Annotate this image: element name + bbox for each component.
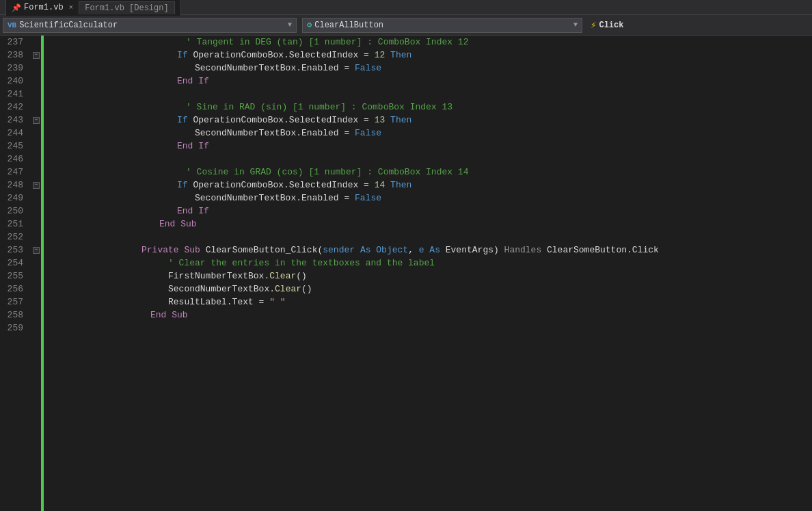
lightning-icon: ⚡ — [591, 19, 596, 31]
line-238: 238 − If OperationComboBox.SelectedIndex… — [0, 49, 812, 62]
class-dropdown-arrow: ▼ — [288, 21, 292, 29]
line-252: 252 — [0, 231, 812, 244]
line-239: 239 SecondNumberTextBox.Enabled = False — [0, 62, 812, 75]
collapse-253[interactable]: − — [33, 247, 40, 254]
line-256: 256 SecondNumberTextBox.Clear() — [0, 283, 812, 296]
code-editor: 237 ' Tangent in DEG (tan) [1 number] : … — [0, 36, 812, 511]
event-section: ⚡ Click — [585, 19, 629, 31]
active-tab[interactable]: 📌 Form1.vb × Form1.vb [Design] — [5, 0, 181, 16]
title-bar: 📌 Form1.vb × Form1.vb [Design] — [0, 0, 812, 15]
line-255: 255 FirstNumberTextBox.Clear() — [0, 270, 812, 283]
event-label: Click — [599, 21, 623, 30]
line-249: 249 SecondNumberTextBox.Enabled = False — [0, 192, 812, 205]
collapse-238[interactable]: − — [33, 52, 40, 59]
line-259: 259 — [0, 322, 812, 335]
lines-container: 237 ' Tangent in DEG (tan) [1 number] : … — [0, 36, 812, 511]
collapse-248[interactable]: − — [33, 182, 40, 189]
toolbar: VB ScientificCalculator ▼ ⚙ ClearAllButt… — [0, 15, 812, 36]
method-icon: ⚙ — [307, 20, 312, 30]
line-240: 240 End If — [0, 75, 812, 88]
line-248: 248 − If OperationComboBox.SelectedIndex… — [0, 179, 812, 192]
tab-close-icon[interactable]: × — [69, 3, 74, 12]
line-246: 246 — [0, 153, 812, 166]
line-253: 253 − Private Sub ClearSomeButton_Click(… — [0, 244, 812, 257]
method-dropdown-arrow: ▼ — [573, 21, 578, 29]
inactive-tab[interactable]: Form1.vb [Design] — [79, 1, 174, 14]
method-dropdown[interactable]: ⚙ ClearAllButton ▼ — [302, 18, 582, 33]
line-250: 250 End If — [0, 205, 812, 218]
line-245: 245 End If — [0, 140, 812, 153]
line-242: 242 ' Sine in RAD (sin) [1 number] : Com… — [0, 101, 812, 114]
line-243: 243 − If OperationComboBox.SelectedIndex… — [0, 114, 812, 127]
active-tab-label: Form1.vb — [24, 3, 64, 12]
line-258: 258 End Sub — [0, 309, 812, 322]
line-257: 257 ResultLabel.Text = " " — [0, 296, 812, 309]
line-254: 254 ' Clear the entries in the textboxes… — [0, 257, 812, 270]
vb-icon: VB — [8, 21, 16, 29]
line-247: 247 ' Cosine in GRAD (cos) [1 number] : … — [0, 166, 812, 179]
class-dropdown-value: ScientificCalculator — [19, 21, 118, 30]
method-dropdown-value: ClearAllButton — [314, 21, 383, 30]
tab-pin-icon[interactable]: 📌 — [12, 3, 21, 12]
green-indicator-bar — [41, 36, 44, 511]
collapse-243[interactable]: − — [33, 117, 40, 124]
class-dropdown[interactable]: VB ScientificCalculator ▼ — [3, 18, 297, 33]
line-251: 251 End Sub — [0, 218, 812, 231]
line-237: 237 ' Tangent in DEG (tan) [1 number] : … — [0, 36, 812, 49]
line-241: 241 — [0, 88, 812, 101]
code-area[interactable]: 237 ' Tangent in DEG (tan) [1 number] : … — [0, 36, 812, 511]
line-244: 244 SecondNumberTextBox.Enabled = False — [0, 127, 812, 140]
